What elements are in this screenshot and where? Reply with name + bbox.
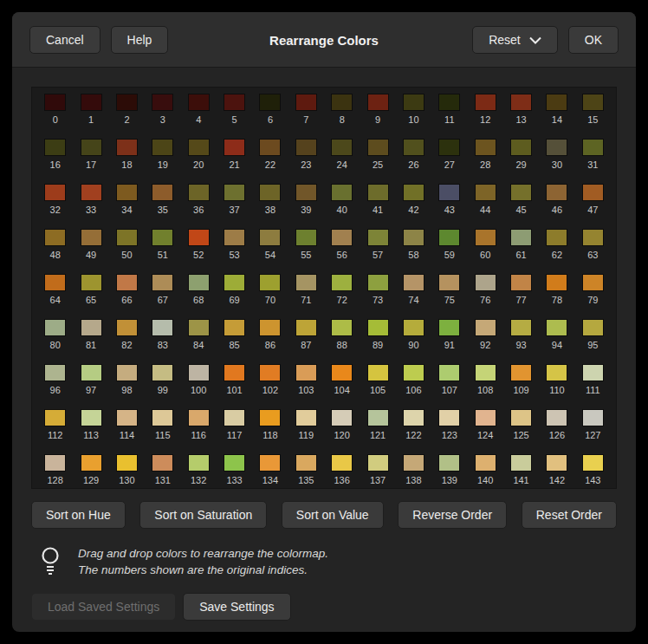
color-swatch[interactable] [259, 274, 281, 291]
color-swatch[interactable] [510, 454, 532, 472]
color-swatch[interactable] [152, 274, 173, 291]
color-swatch[interactable] [582, 139, 604, 156]
color-swatch[interactable] [510, 364, 532, 381]
color-swatch[interactable] [259, 454, 281, 472]
color-swatch[interactable] [475, 409, 496, 426]
color-swatch[interactable] [295, 454, 317, 472]
color-swatch[interactable] [367, 274, 389, 291]
color-swatch[interactable] [224, 94, 245, 111]
color-swatch[interactable] [403, 364, 424, 381]
cancel-button[interactable]: Cancel [29, 26, 100, 54]
color-swatch[interactable] [475, 184, 496, 201]
color-swatch[interactable] [582, 319, 604, 336]
color-swatch[interactable] [44, 454, 66, 472]
color-swatch[interactable] [224, 274, 245, 291]
color-swatch[interactable] [224, 229, 245, 246]
color-swatch[interactable] [188, 94, 210, 111]
color-swatch[interactable] [259, 229, 281, 246]
color-swatch[interactable] [367, 229, 389, 246]
color-swatch[interactable] [224, 139, 245, 156]
color-swatch[interactable] [582, 229, 604, 246]
color-swatch[interactable] [475, 94, 496, 111]
color-swatch[interactable] [367, 139, 389, 156]
help-button[interactable]: Help [111, 26, 169, 54]
color-swatch[interactable] [331, 229, 353, 246]
color-swatch[interactable] [546, 184, 567, 201]
color-swatch[interactable] [152, 94, 173, 111]
color-swatch[interactable] [188, 139, 210, 156]
color-swatch[interactable] [152, 139, 173, 156]
color-swatch[interactable] [295, 319, 317, 336]
color-swatch[interactable] [367, 364, 389, 381]
color-swatch[interactable] [582, 184, 604, 201]
save-settings-button[interactable]: Save Settings [183, 593, 290, 621]
color-swatch[interactable] [510, 409, 532, 426]
color-swatch[interactable] [224, 184, 245, 201]
color-swatch[interactable] [295, 364, 317, 381]
color-swatch[interactable] [188, 364, 210, 381]
color-swatch[interactable] [582, 274, 604, 291]
color-swatch[interactable] [475, 274, 496, 291]
color-swatch[interactable] [438, 454, 460, 472]
color-swatch[interactable] [367, 409, 389, 426]
reverse-order-button[interactable]: Reverse Order [398, 501, 507, 529]
color-swatch[interactable] [44, 364, 66, 381]
color-swatch[interactable] [188, 409, 210, 426]
color-swatch[interactable] [81, 409, 102, 426]
color-swatch[interactable] [475, 139, 496, 156]
color-swatch[interactable] [81, 364, 102, 381]
sort-on-value-button[interactable]: Sort on Value [282, 501, 384, 529]
color-swatch[interactable] [295, 274, 317, 291]
color-swatch[interactable] [44, 139, 66, 156]
color-swatch[interactable] [81, 184, 102, 201]
color-swatch[interactable] [152, 184, 173, 201]
color-swatch[interactable] [510, 319, 532, 336]
reset-order-button[interactable]: Reset Order [522, 501, 617, 529]
color-swatch[interactable] [438, 94, 460, 111]
color-swatch[interactable] [81, 274, 102, 291]
color-swatch[interactable] [44, 94, 66, 111]
color-swatch[interactable] [295, 409, 317, 426]
color-swatch[interactable] [403, 94, 424, 111]
sort-on-hue-button[interactable]: Sort on Hue [31, 501, 126, 529]
color-swatch[interactable] [259, 364, 281, 381]
color-swatch[interactable] [116, 94, 138, 111]
color-swatch[interactable] [152, 454, 173, 472]
color-swatch[interactable] [367, 94, 389, 111]
color-swatch[interactable] [331, 274, 353, 291]
color-swatch[interactable] [44, 409, 66, 426]
color-swatch[interactable] [546, 364, 567, 381]
color-swatch[interactable] [438, 139, 460, 156]
color-swatch[interactable] [44, 229, 66, 246]
color-swatch[interactable] [403, 274, 424, 291]
color-swatch[interactable] [510, 184, 532, 201]
color-swatch[interactable] [510, 139, 532, 156]
color-swatch[interactable] [582, 454, 604, 472]
color-swatch[interactable] [438, 229, 460, 246]
color-swatch[interactable] [438, 184, 460, 201]
color-swatch[interactable] [295, 229, 317, 246]
color-swatch[interactable] [152, 409, 173, 426]
color-swatch[interactable] [116, 274, 138, 291]
color-swatch[interactable] [331, 319, 353, 336]
color-swatch[interactable] [224, 364, 245, 381]
color-swatch[interactable] [510, 94, 532, 111]
color-swatch[interactable] [152, 229, 173, 246]
color-swatch[interactable] [438, 319, 460, 336]
color-swatch[interactable] [331, 184, 353, 201]
color-swatch[interactable] [259, 184, 281, 201]
color-swatch[interactable] [44, 184, 66, 201]
color-swatch[interactable] [582, 364, 604, 381]
sort-on-saturation-button[interactable]: Sort on Saturation [139, 501, 267, 529]
color-swatch[interactable] [403, 319, 424, 336]
color-swatch[interactable] [546, 409, 567, 426]
color-swatch[interactable] [188, 229, 210, 246]
color-swatch[interactable] [403, 229, 424, 246]
color-swatch[interactable] [403, 409, 424, 426]
color-swatch[interactable] [438, 274, 460, 291]
color-swatch[interactable] [295, 184, 317, 201]
color-swatch[interactable] [475, 364, 496, 381]
color-swatch[interactable] [224, 454, 245, 472]
color-swatch[interactable] [582, 94, 604, 111]
color-swatch[interactable] [475, 454, 496, 472]
